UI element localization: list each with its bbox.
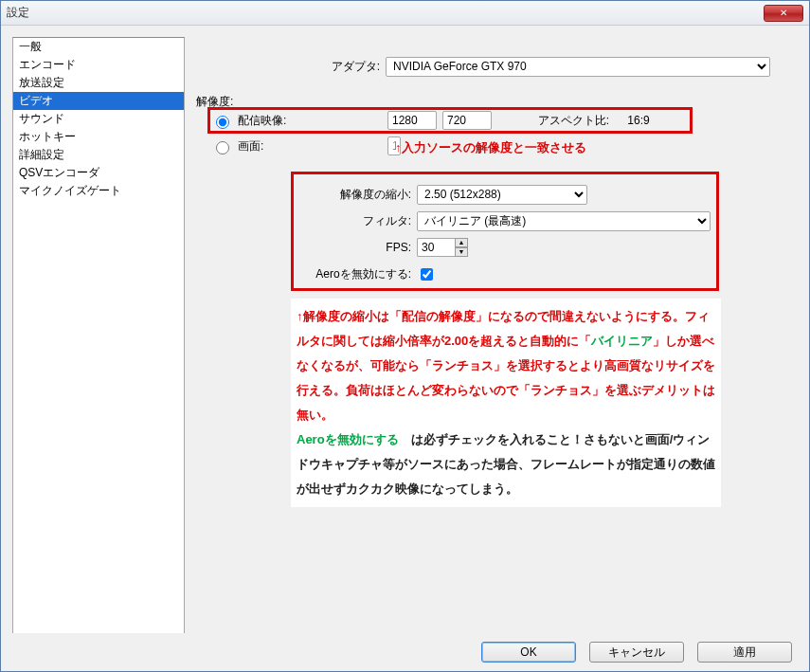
fps-label: FPS: xyxy=(294,241,417,254)
sidebar-item-qsv[interactable]: QSVエンコーダ xyxy=(13,164,184,182)
radio-screen-label: 画面: xyxy=(238,138,382,154)
adapter-select[interactable]: NVIDIA GeForce GTX 970 xyxy=(386,57,770,77)
fps-down-icon[interactable]: ▼ xyxy=(455,247,468,257)
sidebar-item-hotkey[interactable]: ホットキー xyxy=(13,128,184,146)
bottom-bar: OK キャンセル 適用 xyxy=(1,633,809,671)
sidebar-item-broadcast[interactable]: 放送設定 xyxy=(13,74,184,92)
aspect-value: 16:9 xyxy=(615,114,662,127)
filter-select[interactable]: バイリニア (最高速) xyxy=(417,211,711,231)
sidebar-nav: 一般 エンコード 放送設定 ビデオ サウンド ホットキー 詳細設定 QSVエンコ… xyxy=(12,37,185,640)
adapter-label: アダプタ: xyxy=(196,59,386,75)
aspect-label: アスペクト比: xyxy=(497,113,609,129)
cancel-button[interactable]: キャンセル xyxy=(589,642,684,663)
scale-select[interactable]: 2.50 (512x288) xyxy=(417,185,587,205)
adapter-row: アダプタ: NVIDIA GeForce GTX 970 xyxy=(196,56,798,77)
sidebar-item-video[interactable]: ビデオ xyxy=(13,92,184,110)
window-title: 設定 xyxy=(7,5,764,21)
sidebar-item-advanced[interactable]: 詳細設定 xyxy=(13,146,184,164)
apply-button[interactable]: 適用 xyxy=(697,642,792,663)
titlebar: 設定 ✕ xyxy=(1,1,809,26)
radio-stream-label: 配信映像: xyxy=(238,113,382,129)
annotation-text-resolution: ↑入力ソースの解像度と一致させる xyxy=(395,139,586,156)
resolution-stream-row: 配信映像: アスペクト比: 16:9 xyxy=(211,110,662,131)
height-input[interactable] xyxy=(442,111,492,130)
annotation-notes: ↑解像度の縮小は「配信の解像度」になるので間違えないようにする。フィルタに関して… xyxy=(291,299,721,507)
sidebar-item-sound[interactable]: サウンド xyxy=(13,110,184,128)
settings-pane-video: アダプタ: NVIDIA GeForce GTX 970 解像度: 配信映像: … xyxy=(196,37,798,627)
sidebar-item-micgate[interactable]: マイクノイズゲート xyxy=(13,182,184,200)
fps-spinner[interactable]: ▲ ▼ xyxy=(417,238,468,257)
resolution-screen-row: 画面: xyxy=(211,136,401,156)
aero-label: Aeroを無効にする: xyxy=(294,266,417,282)
note1-green: バイリニア xyxy=(591,334,653,348)
radio-screen[interactable] xyxy=(216,141,229,154)
fps-input[interactable] xyxy=(417,238,455,257)
sidebar-item-encode[interactable]: エンコード xyxy=(13,56,184,74)
close-button[interactable]: ✕ xyxy=(764,5,803,22)
content-area: 一般 エンコード 放送設定 ビデオ サウンド ホットキー 詳細設定 QSVエンコ… xyxy=(1,26,809,671)
fps-up-icon[interactable]: ▲ xyxy=(455,238,468,247)
note2-green: Aeroを無効にする xyxy=(297,432,399,446)
width-input[interactable] xyxy=(387,111,437,130)
sidebar-item-general[interactable]: 一般 xyxy=(13,38,184,56)
filter-label: フィルタ: xyxy=(294,213,417,229)
scale-label: 解像度の縮小: xyxy=(294,187,417,203)
annotation-box-scale: 解像度の縮小: 2.50 (512x288) フィルタ: バイリニア (最高速)… xyxy=(291,172,719,291)
aero-checkbox[interactable] xyxy=(421,268,433,281)
ok-button[interactable]: OK xyxy=(481,642,576,663)
radio-stream-video[interactable] xyxy=(216,116,229,129)
